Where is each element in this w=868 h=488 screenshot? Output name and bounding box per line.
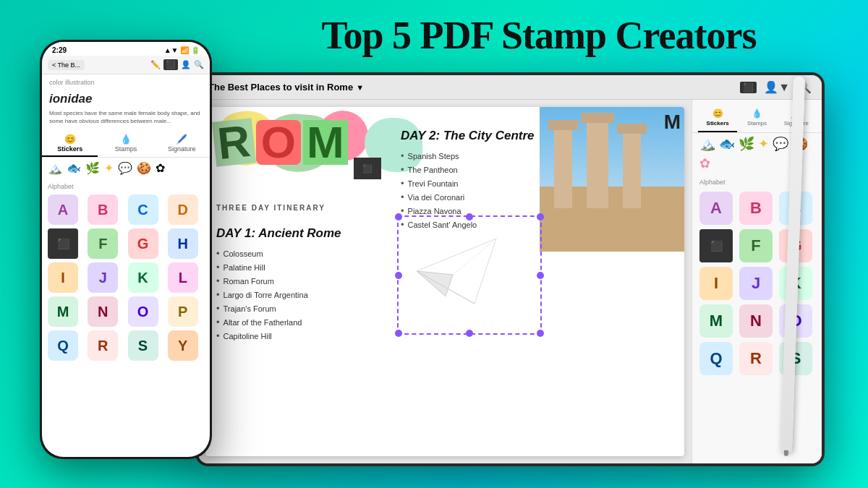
- sticker-n[interactable]: N: [88, 296, 118, 327]
- panel-emoji-leaf[interactable]: 🌿: [739, 136, 754, 152]
- phone-emoji-bubble[interactable]: 💬: [118, 161, 132, 175]
- sticker-r[interactable]: R: [88, 330, 118, 361]
- panel-sticker-b[interactable]: B: [739, 192, 773, 225]
- paper-plane-svg: [409, 231, 503, 311]
- sticker-q[interactable]: Q: [48, 330, 78, 361]
- sticker-b[interactable]: B: [88, 194, 118, 225]
- phone-device: 2:29 ▲▼ 📶 🔋 < The B... ✏️ ⬛ 👤 🔍 color il…: [40, 40, 212, 459]
- tablet-content: R O M THREE DAY ITINERARY ⬛: [198, 100, 822, 463]
- phone-doc-category: color illustration: [42, 74, 210, 90]
- sticker-p[interactable]: P: [168, 296, 198, 327]
- sticker-o[interactable]: O: [128, 296, 158, 327]
- panel-emoji-fish[interactable]: 🐟: [719, 136, 735, 152]
- panel-sticker-q[interactable]: Q: [699, 342, 733, 375]
- handle-ml[interactable]: [395, 272, 402, 279]
- panel-emoji-bubble[interactable]: 💬: [773, 136, 788, 152]
- phone-search-icon[interactable]: 🔍: [194, 60, 204, 69]
- phone-emoji-mountain[interactable]: 🏔️: [48, 161, 62, 175]
- panel-emoji-mountain[interactable]: 🏔️: [699, 136, 715, 152]
- sticker-f[interactable]: F: [88, 228, 118, 259]
- phone-emoji-row: 🏔️ 🐟 🌿 ✦ 💬 🍪 ✿: [42, 158, 210, 179]
- panel-sticker-j[interactable]: J: [739, 267, 773, 300]
- dark-sticker: ⬛: [354, 158, 381, 179]
- panel-emoji-flower[interactable]: ✿: [699, 155, 710, 171]
- phone-emoji-cookie[interactable]: 🍪: [137, 161, 151, 175]
- rom-art: R O M: [214, 120, 348, 165]
- sticker-k[interactable]: K: [128, 262, 158, 293]
- phone-emoji-star[interactable]: ✦: [104, 161, 114, 175]
- phone-time: 2:29: [52, 46, 67, 54]
- phone-emoji-fish[interactable]: 🐟: [67, 161, 81, 175]
- phone-emoji-flower[interactable]: ✿: [156, 161, 165, 175]
- handle-bl[interactable]: [395, 330, 402, 337]
- sticker-j[interactable]: J: [88, 262, 118, 293]
- phone-tab-sig-label: Signature: [168, 145, 196, 153]
- sticker-i[interactable]: I: [48, 262, 78, 293]
- panel-sticker-f[interactable]: F: [739, 229, 773, 262]
- phone-doc-subtitle: ionidae: [42, 90, 210, 109]
- phone-sticker-grid: A B C D ⬛ F G H I J K L M N O P Q R S Y: [48, 194, 204, 361]
- column-capital-3: [617, 124, 647, 134]
- handle-tr[interactable]: [537, 213, 544, 221]
- place-trajan: Trajan's Forum: [216, 301, 390, 315]
- place-altar: Altar of the Fatherland: [216, 315, 390, 329]
- tablet-dropdown-icon[interactable]: ▼: [356, 83, 364, 92]
- ground: [540, 187, 684, 252]
- phone-layer-icon[interactable]: ⬛: [163, 59, 178, 70]
- letter-M: M: [303, 120, 348, 165]
- panel-tab-stamps[interactable]: 💧 Stamps: [737, 106, 776, 132]
- handle-tm[interactable]: [466, 213, 473, 221]
- phone-signal-icons: ▲▼ 📶 🔋: [164, 46, 200, 54]
- phone-back-btn[interactable]: < The B...: [48, 60, 85, 70]
- tablet-doc-title-btn[interactable]: The Best Places to visit in Rome ▼: [208, 82, 734, 93]
- phone-tab-stickers-label: Stickers: [57, 145, 82, 153]
- panel-tab-stamps-label: Stamps: [747, 120, 767, 127]
- rome-photo: M: [540, 107, 684, 252]
- phone-tab-stickers[interactable]: 😊 Stickers: [42, 129, 98, 157]
- place-colosseum: Colosseum: [216, 247, 390, 260]
- selection-box: [397, 215, 542, 335]
- panel-sticker-a[interactable]: A: [699, 192, 733, 225]
- svg-marker-1: [417, 271, 453, 296]
- panel-sticker-r[interactable]: R: [739, 342, 773, 375]
- phone-tab-signature[interactable]: 🖊️ Signature: [154, 129, 210, 157]
- handle-mr[interactable]: [537, 272, 544, 279]
- tablet-user-icon[interactable]: 👤▼: [764, 80, 790, 94]
- tablet-layer-icon[interactable]: ⬛: [740, 82, 757, 93]
- phone-sticker-icon: 😊: [43, 134, 96, 145]
- panel-sticker-icon: 😊: [699, 108, 736, 119]
- sticker-y[interactable]: Y: [168, 330, 198, 361]
- sticker-m[interactable]: M: [48, 296, 78, 327]
- place-capitoline: Capitoline Hill: [216, 329, 390, 343]
- handle-tl[interactable]: [395, 213, 402, 221]
- handle-bm[interactable]: [466, 330, 473, 337]
- place-largo: Largo di Torre Argentina: [216, 288, 390, 301]
- phone-tab-stamps[interactable]: 💧 Stamps: [98, 129, 153, 157]
- sticker-d[interactable]: D: [168, 194, 198, 225]
- letter-R: R: [212, 118, 256, 166]
- phone-pencil-icon[interactable]: ✏️: [150, 60, 161, 69]
- sticker-e-dark[interactable]: ⬛: [48, 228, 78, 259]
- sticker-s[interactable]: S: [128, 330, 158, 361]
- panel-emoji-star[interactable]: ✦: [758, 136, 769, 152]
- phone-tabs: 😊 Stickers 💧 Stamps 🖊️ Signature: [42, 129, 210, 158]
- panel-sticker-n[interactable]: N: [739, 304, 773, 338]
- sticker-c[interactable]: C: [128, 194, 158, 225]
- handle-br[interactable]: [537, 330, 544, 337]
- sticker-g[interactable]: G: [128, 228, 158, 259]
- phone-emoji-leaf[interactable]: 🌿: [85, 161, 100, 175]
- panel-sticker-m[interactable]: M: [699, 304, 733, 338]
- panel-sticker-i[interactable]: I: [699, 267, 733, 300]
- panel-tab-stickers[interactable]: 😊 Stickers: [698, 106, 737, 132]
- phone-alphabet-label: Alphabet: [48, 183, 204, 190]
- pdf-page: R O M THREE DAY ITINERARY ⬛: [205, 107, 684, 456]
- sticker-h[interactable]: H: [168, 228, 198, 259]
- sticker-l[interactable]: L: [168, 262, 198, 293]
- phone-user-icon[interactable]: 👤: [181, 60, 191, 69]
- pdf-area: R O M THREE DAY ITINERARY ⬛: [198, 100, 692, 463]
- phone-doc-body: Most species have the same male female b…: [42, 109, 210, 125]
- panel-stamps-icon: 💧: [739, 108, 775, 119]
- panel-sticker-dark[interactable]: ⬛: [699, 229, 733, 262]
- sticker-a[interactable]: A: [48, 194, 78, 225]
- tablet-toolbar: The Best Places to visit in Rome ▼ ⬛ 👤▼ …: [198, 75, 822, 100]
